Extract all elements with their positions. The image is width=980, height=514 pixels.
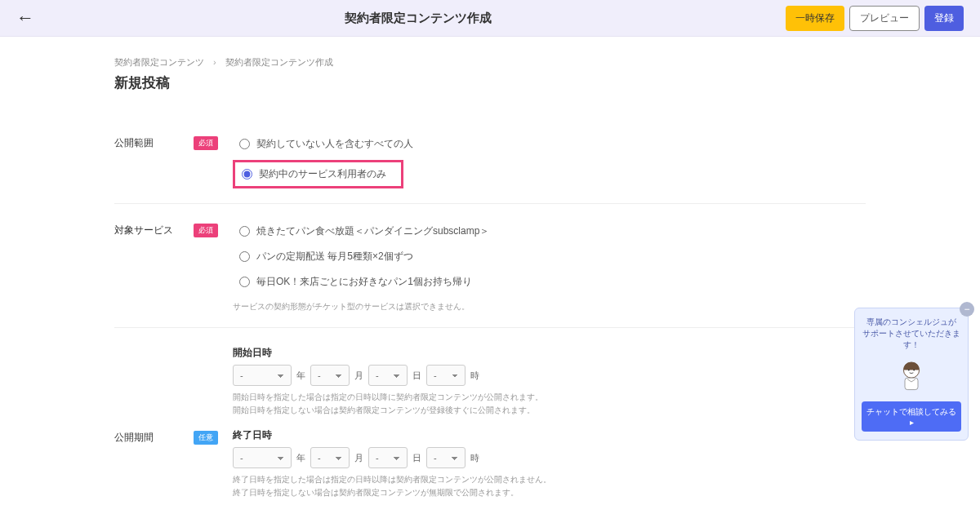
- breadcrumb-root[interactable]: 契約者限定コンテンツ: [114, 57, 204, 67]
- start-day-select[interactable]: -: [368, 365, 408, 386]
- service-radio-3[interactable]: [239, 277, 250, 287]
- scope-option-subscribers[interactable]: 契約中のサービス利用者のみ: [233, 160, 403, 188]
- unit-day: 日: [412, 452, 421, 464]
- service-option-1[interactable]: 焼きたてパン食べ放題＜パンダイニングsubsclamp＞: [233, 219, 866, 244]
- back-arrow-icon[interactable]: ←: [16, 7, 34, 29]
- start-month-select[interactable]: -: [310, 365, 350, 386]
- required-badge: 必須: [194, 224, 218, 237]
- service-radio-1[interactable]: [239, 226, 250, 237]
- preview-button[interactable]: プレビュー: [849, 6, 920, 31]
- scope-label: 公開範囲: [114, 136, 154, 150]
- unit-hour: 時: [470, 452, 479, 464]
- end-help-2: 終了日時を指定しない場合は契約者限定コンテンツが無期限で公開されます。: [233, 486, 866, 499]
- scope-radio-all[interactable]: [239, 139, 250, 149]
- end-date-label: 終了日時: [233, 428, 866, 442]
- breadcrumb-current: 契約者限定コンテンツ作成: [225, 57, 333, 67]
- optional-badge: 任意: [194, 431, 218, 445]
- page-heading: 新規投稿: [114, 73, 866, 92]
- unit-day: 日: [412, 370, 421, 382]
- start-hour-select[interactable]: -: [426, 365, 466, 386]
- start-date-label: 開始日時: [233, 346, 866, 360]
- chat-text-1: 専属のコンシェルジュが: [862, 317, 961, 328]
- chevron-right-icon: ›: [213, 57, 216, 67]
- scope-radio-subscribers[interactable]: [242, 169, 252, 179]
- unit-month: 月: [354, 370, 363, 382]
- scope-option-all[interactable]: 契約していない人を含むすべての人: [233, 131, 866, 157]
- start-help-1: 開始日時を指定した場合は指定の日時以降に契約者限定コンテンツが公開されます。: [233, 391, 866, 404]
- service-option-2[interactable]: パンの定期配送 毎月5種類×2個ずつ: [233, 244, 866, 269]
- service-note: サービスの契約形態がチケット型のサービスは選択できません。: [233, 301, 866, 312]
- concierge-avatar: [862, 356, 961, 397]
- required-badge: 必須: [194, 136, 218, 150]
- register-button[interactable]: 登録: [924, 6, 964, 31]
- end-help-1: 終了日時を指定した場合は指定の日時以降は契約者限定コンテンツが公開されません。: [233, 473, 866, 486]
- minimize-icon[interactable]: −: [960, 302, 974, 317]
- svg-point-2: [908, 370, 910, 371]
- chat-widget: − 専属のコンシェルジュが サポートさせていただきます！ チャットで相談してみる…: [854, 308, 969, 441]
- unit-month: 月: [354, 452, 363, 464]
- service-option-3[interactable]: 毎日OK！来店ごとにお好きなパン1個お持ち帰り: [233, 269, 866, 295]
- unit-year: 年: [296, 370, 305, 382]
- breadcrumb: 契約者限定コンテンツ › 契約者限定コンテンツ作成: [114, 56, 866, 69]
- end-year-select[interactable]: -: [233, 447, 292, 468]
- page-title: 契約者限定コンテンツ作成: [51, 11, 786, 26]
- unit-hour: 時: [470, 370, 479, 382]
- start-help-2: 開始日時を指定しない場合は契約者限定コンテンツが登録後すぐに公開されます。: [233, 404, 866, 417]
- end-month-select[interactable]: -: [310, 447, 350, 468]
- chat-text-2: サポートさせていただきます！: [862, 328, 961, 351]
- temp-save-button[interactable]: 一時保存: [786, 6, 844, 31]
- period-label: 公開期間: [114, 431, 154, 445]
- unit-year: 年: [296, 452, 305, 464]
- svg-point-3: [913, 370, 915, 371]
- end-hour-select[interactable]: -: [426, 447, 466, 468]
- start-year-select[interactable]: -: [233, 365, 292, 386]
- service-label: 対象サービス: [114, 224, 173, 237]
- service-radio-2[interactable]: [239, 251, 250, 262]
- chat-consult-button[interactable]: チャットで相談してみる ▸: [862, 401, 961, 432]
- end-day-select[interactable]: -: [368, 447, 408, 468]
- svg-rect-1: [905, 378, 918, 389]
